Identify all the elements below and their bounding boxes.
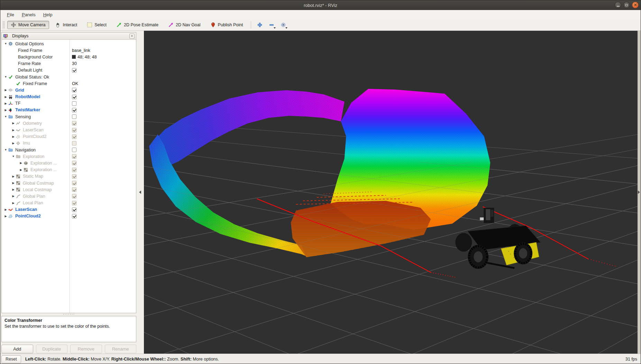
expand-arrow-icon[interactable]: ▶	[11, 188, 16, 191]
visibility-checkbox[interactable]	[72, 114, 76, 119]
tree-row-grid[interactable]: ▶Grid	[2, 87, 136, 93]
focus-camera-button[interactable]	[278, 20, 288, 29]
expand-arrow-icon[interactable]: ▶	[11, 202, 16, 205]
visibility-checkbox[interactable]	[72, 181, 76, 185]
visibility-checkbox[interactable]	[72, 108, 76, 112]
tree-row-static-map[interactable]: ▶Static Map	[2, 173, 136, 180]
property-value[interactable]: base_link	[72, 48, 90, 53]
expand-arrow-icon[interactable]: ▶	[11, 129, 16, 132]
tree-row-local-plan[interactable]: ▶Local Plan	[2, 200, 136, 206]
pointcloud-scene[interactable]	[144, 31, 638, 354]
menu-item-panels[interactable]: Panels	[18, 11, 39, 18]
tree-row-pointcloud2[interactable]: ▶PointCloud2	[2, 213, 136, 220]
expand-arrow-icon[interactable]: ▶	[11, 122, 16, 125]
add-tool-plus-button[interactable]	[255, 20, 265, 29]
visibility-checkbox[interactable]	[72, 187, 76, 192]
visibility-checkbox[interactable]	[72, 95, 76, 99]
visibility-checkbox[interactable]	[72, 141, 76, 146]
tree-row-default-light[interactable]: Default Light	[2, 67, 136, 74]
expand-arrow-icon[interactable]: ▶	[18, 168, 24, 171]
visibility-checkbox[interactable]	[72, 121, 76, 125]
displays-panel-close-button[interactable]: ×	[129, 34, 135, 39]
minimize-button[interactable]	[615, 2, 621, 8]
viewport-3d[interactable]	[144, 31, 638, 354]
maximize-button[interactable]	[623, 2, 630, 8]
expand-arrow-icon[interactable]: ▶	[18, 161, 24, 165]
displays-panel-titlebar[interactable]: Displays ×	[2, 32, 136, 40]
property-value[interactable]: 30	[72, 61, 77, 66]
visibility-checkbox[interactable]	[72, 68, 76, 73]
visibility-checkbox[interactable]	[72, 148, 76, 152]
tree-row-global-status-ok[interactable]: ▼Global Status: Ok	[2, 74, 136, 80]
tree-row-exploration[interactable]: ▼Exploration	[2, 153, 136, 160]
tree-row-navigation[interactable]: ▼Navigation	[2, 147, 136, 153]
close-button[interactable]: ✕	[632, 2, 639, 8]
tree-row-sensing[interactable]: ▼Sensing	[2, 113, 136, 120]
tree-row-pointcloud2[interactable]: ▶PointCloud2	[2, 133, 136, 140]
menu-item-help[interactable]: Help	[39, 11, 56, 18]
visibility-checkbox[interactable]	[72, 134, 76, 139]
expand-arrow-icon[interactable]: ▶	[11, 135, 16, 138]
property-value[interactable]: OK	[72, 81, 78, 86]
menu-item-file[interactable]: File	[3, 11, 18, 18]
visibility-checkbox[interactable]	[72, 201, 76, 205]
color-swatch[interactable]	[72, 55, 76, 59]
visibility-checkbox[interactable]	[72, 88, 76, 92]
collapse-arrow-icon[interactable]: ▼	[3, 148, 8, 151]
visibility-checkbox[interactable]	[72, 168, 76, 172]
add-button[interactable]: Add	[1, 345, 33, 353]
expand-arrow-icon[interactable]: ▶	[3, 102, 8, 105]
tree-row-laserscan[interactable]: ▶LaserScan	[2, 127, 136, 133]
visibility-checkbox[interactable]	[72, 128, 76, 132]
visibility-checkbox[interactable]	[72, 194, 76, 198]
tool-interact[interactable]: Interact	[52, 21, 81, 29]
tree-row-global-costmap[interactable]: ▶Global Costmap	[2, 180, 136, 186]
tool-publish-point[interactable]: Publish Point	[207, 21, 247, 29]
tool-2d-pose-estimate[interactable]: 2D Pose Estimate	[113, 21, 162, 29]
panel-splitter-handle[interactable]	[63, 314, 74, 315]
tree-row-global-plan[interactable]: ▶Global Plan	[2, 193, 136, 199]
expand-arrow-icon[interactable]: ▶	[3, 88, 8, 92]
expand-arrow-icon[interactable]: ▶	[3, 95, 8, 99]
tree-row-robotmodel[interactable]: ▶RobotModel	[2, 94, 136, 100]
expand-arrow-icon[interactable]: ▶	[3, 109, 8, 112]
visibility-checkbox[interactable]	[72, 101, 76, 106]
right-splitter-arrow-icon[interactable]	[638, 190, 640, 194]
expand-arrow-icon[interactable]: ▶	[11, 195, 16, 198]
expand-arrow-icon[interactable]: ▶	[11, 142, 16, 145]
collapse-arrow-icon[interactable]: ▼	[3, 42, 8, 45]
visibility-checkbox[interactable]	[72, 174, 76, 179]
collapse-arrow-icon[interactable]: ▼	[11, 155, 16, 158]
tool-move-camera[interactable]: Move Camera	[7, 21, 49, 29]
visibility-checkbox[interactable]	[72, 207, 76, 212]
tree-row-laserscan[interactable]: ▶LaserScan	[2, 206, 136, 213]
collapse-arrow-icon[interactable]: ▼	[3, 115, 8, 118]
expand-arrow-icon[interactable]: ▶	[3, 215, 8, 218]
expand-arrow-icon[interactable]: ▶	[3, 208, 8, 211]
expand-arrow-icon[interactable]: ▶	[11, 175, 16, 178]
left-splitter-arrow-icon[interactable]	[139, 190, 141, 194]
property-value[interactable]: 48; 48; 48	[77, 55, 97, 59]
tree-row-odometry[interactable]: ▶Odometry	[2, 120, 136, 127]
toolbar-grip-handle[interactable]	[2, 21, 5, 29]
tree-row-imu[interactable]: ▶Imu	[2, 140, 136, 147]
tree-row-background-color[interactable]: Background Color48; 48; 48	[2, 54, 136, 60]
tree-row-twistmarker[interactable]: ▶TwistMarker	[2, 107, 136, 113]
tree-row-exploration[interactable]: ▶Exploration ...	[2, 167, 136, 173]
tool-2d-nav-goal[interactable]: 2D Nav Goal	[165, 21, 204, 29]
tree-row-fixed-frame[interactable]: Fixed Framebase_link	[2, 47, 136, 54]
collapse-arrow-icon[interactable]: ▼	[3, 75, 8, 78]
tree-row-tf[interactable]: ▶TF	[2, 100, 136, 107]
reset-button[interactable]: Reset	[1, 355, 21, 363]
remove-tool-minus-button[interactable]	[267, 20, 276, 29]
visibility-checkbox[interactable]	[72, 161, 76, 165]
tree-row-local-costmap[interactable]: ▶Local Costmap	[2, 186, 136, 193]
tool-select[interactable]: Select	[83, 21, 110, 29]
expand-arrow-icon[interactable]: ▶	[11, 181, 16, 185]
visibility-checkbox[interactable]	[72, 214, 76, 218]
tree-row-exploration[interactable]: ▶Exploration ...	[2, 160, 136, 166]
visibility-checkbox[interactable]	[72, 154, 76, 159]
tree-row-frame-rate[interactable]: Frame Rate30	[2, 60, 136, 67]
tree-row-fixed-frame[interactable]: Fixed FrameOK	[2, 80, 136, 87]
tree-row-global-options[interactable]: ▼Global Options	[2, 40, 136, 47]
